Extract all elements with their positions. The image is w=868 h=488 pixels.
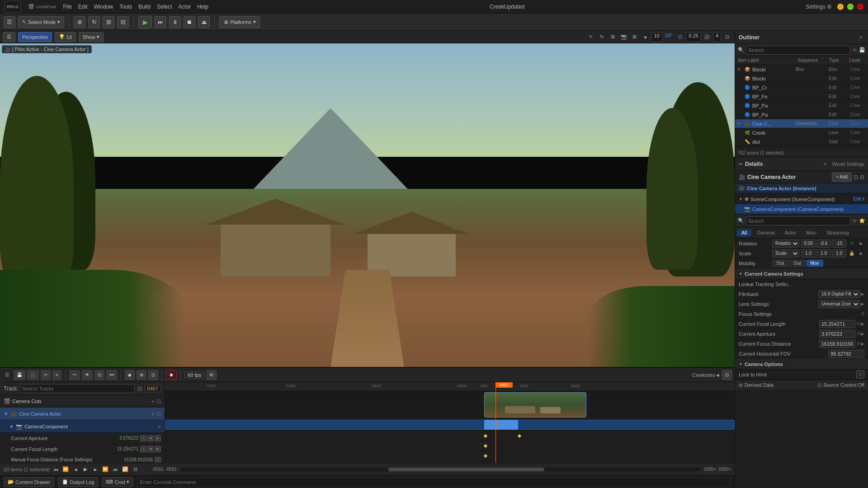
comp-icon3[interactable]: ⊟ (860, 174, 864, 180)
settings-button[interactable]: Settings ⚙ (806, 4, 832, 10)
play-button[interactable]: ▶ (138, 16, 152, 28)
focus-dist-value[interactable]: 16158.910156 (819, 340, 855, 348)
menu-file[interactable]: File (63, 4, 72, 10)
select-mode-button[interactable]: ↖ Select Mode ▾ (18, 16, 64, 28)
seq-filter-icon[interactable]: ⊡ (94, 370, 104, 380)
rot-x-value[interactable]: 0.00 (801, 239, 816, 248)
filter-icon[interactable]: ⊡ (137, 385, 142, 392)
save-icon[interactable]: 💾 (859, 47, 865, 53)
focal-add-keyframe[interactable]: + (140, 446, 146, 452)
scale-x-value[interactable]: 1.0 (801, 249, 816, 258)
rot-z-value[interactable]: -15 (832, 239, 846, 248)
outliner-row-selected[interactable]: 👁 🎥 Cine C... CreekIntro Cine Cree (735, 119, 868, 128)
camera-options-header[interactable]: ▼ Camera Options (735, 359, 868, 370)
minimize-button[interactable]: − (837, 4, 844, 10)
stop-button[interactable]: ⏹ (184, 16, 195, 28)
loop-button[interactable]: 🔁 (121, 465, 129, 474)
menu-tools[interactable]: Tools (119, 4, 132, 10)
focus-settings-refresh-icon[interactable]: ↺ (861, 311, 864, 316)
camera-component-item[interactable]: 📷 CameraComponent (CameraComponent) (735, 204, 868, 214)
cine-camera-track[interactable]: ▼ 🎥 Cine Camera Actor + ⊡ (0, 408, 165, 420)
prev-key-button[interactable]: ⏪ (61, 465, 70, 474)
scale-vp-icon[interactable]: ⊞ (608, 32, 618, 42)
next-key-button[interactable]: ⏩ (101, 465, 109, 474)
focus-dist-arrow[interactable]: ▶ (861, 341, 864, 346)
output-log-button[interactable]: 📋 Output Log (58, 477, 98, 487)
outliner-row[interactable]: 🔵 BP_Pa Edit Cree (735, 101, 868, 110)
track-add-icon[interactable]: + (151, 398, 155, 405)
focal-next-key[interactable]: ► (155, 446, 161, 452)
tab-streaming[interactable]: Streaming (822, 229, 854, 236)
seq-save-icon[interactable]: 💾 (14, 370, 25, 380)
sphere-icon[interactable]: ● (641, 32, 651, 42)
outliner-row[interactable]: 🌿 Creek Lave Cree (735, 128, 868, 137)
close-button[interactable]: × (857, 4, 863, 10)
camera-component-track[interactable]: ▼ 📷 CameraComponent + (0, 420, 165, 433)
rotation-reset-icon[interactable]: ↺ (848, 240, 855, 247)
aperture-detail-value[interactable]: 3.676223 (819, 330, 855, 338)
stat-option-2[interactable]: Stat (789, 260, 806, 267)
fps-selector[interactable]: 60 fps (184, 371, 204, 379)
seq-key-icon[interactable]: ◆ (125, 370, 135, 380)
seq-snap-icon[interactable]: ⊕ (137, 370, 146, 380)
focal-length-value[interactable]: 15.254271 (819, 320, 855, 328)
console-input[interactable] (137, 477, 731, 487)
rotate-icon[interactable]: ↻ (88, 16, 100, 28)
add-component-button[interactable]: + Add (832, 173, 852, 182)
details-eye-icon[interactable]: 👁 (852, 218, 857, 224)
outliner-row[interactable]: 📦 Blocki Edit Cree (735, 74, 868, 83)
cmd-button[interactable]: ⌨ Cmd ▾ (102, 477, 133, 487)
focal-length-refresh[interactable]: ↺ (856, 321, 860, 326)
cine-camera-clip[interactable] (165, 420, 735, 430)
tab-misc[interactable]: Misc (802, 229, 821, 236)
seq-menu-icon[interactable]: ☰ (3, 370, 12, 380)
scale-value[interactable]: 0.25 (686, 32, 701, 42)
menu-build[interactable]: Build (138, 4, 151, 10)
world-settings-label[interactable]: World Settings (832, 161, 864, 167)
step-back-button[interactable]: ◄ (71, 465, 80, 474)
scene-component-item[interactable]: ▼ ⊕ SceneComponent (SceneComponent) Edit… (735, 194, 868, 204)
eye-toggle-icon[interactable]: 👁 (852, 47, 857, 53)
viewport[interactable]: 🎥 [ Pilot Active - Cine Camera Actor ] (0, 43, 735, 367)
cine-options-icon[interactable]: ⊡ (156, 411, 161, 417)
maximize-button[interactable]: □ (847, 4, 854, 10)
stat-option-1[interactable]: Stat (772, 260, 788, 267)
menu-actor[interactable]: Actor (178, 4, 191, 10)
perspective-button[interactable]: Perspective (18, 32, 52, 42)
focal-track[interactable]: Current Focal Length 15.254271 + ◄ ► (0, 444, 165, 455)
aperture-next-key[interactable]: ► (155, 435, 161, 441)
focal-length-arrow[interactable]: ▶ (861, 321, 864, 326)
scale-z-value[interactable]: 1.0 (832, 249, 846, 258)
rotate-vp-icon[interactable]: ↻ (597, 32, 607, 42)
show-button[interactable]: Show ▾ (79, 32, 104, 42)
filmback-expand-icon[interactable]: ▶ (861, 291, 864, 296)
sidebar-toggle-icon[interactable]: ☰ (4, 16, 15, 28)
timeline-scrollbar[interactable] (180, 468, 700, 471)
details-save-icon[interactable]: ⭐ (859, 218, 865, 224)
play-seq-button[interactable]: ▶ (81, 465, 90, 474)
lens-select[interactable]: Universal Zoor (818, 300, 860, 308)
seq-more-icon[interactable]: ••• (106, 370, 118, 380)
more-options-button[interactable]: ⊟ (131, 465, 139, 474)
lens-expand-icon[interactable]: ▶ (861, 301, 864, 306)
menu-select[interactable]: Select (157, 4, 172, 10)
seq-camera-icon[interactable]: 🎥 (27, 370, 39, 380)
maximize-viewport-icon[interactable]: ⊡ (722, 32, 732, 42)
camera-num-value[interactable]: 4 (713, 32, 721, 42)
tab-general[interactable]: General (752, 229, 779, 236)
grid-size-value[interactable]: 10 (651, 32, 662, 42)
seq-curve-icon[interactable]: 〜 (69, 370, 80, 380)
content-drawer-button[interactable]: 📂 Content Drawer (4, 477, 54, 487)
aperture-track[interactable]: Current Aperture 3.676223 + ◄ ► (0, 433, 165, 444)
outliner-row[interactable]: 📏 dist Stati Cree (735, 137, 868, 146)
aperture-arrow[interactable]: ▶ (861, 331, 864, 336)
outliner-row[interactable]: 🔵 BP_Fe Edit Cree (735, 92, 868, 101)
rotation-select[interactable]: Rotation (772, 239, 799, 248)
go-to-end-button[interactable]: ⏭ (111, 465, 119, 474)
seq-settings-icon[interactable]: ⚙ (206, 370, 217, 380)
tab-all[interactable]: All (737, 229, 751, 236)
aperture-add-keyframe[interactable]: + (140, 435, 146, 441)
menu-window[interactable]: Window (94, 4, 113, 10)
focus-dist-refresh[interactable]: ↺ (856, 341, 860, 346)
tab-actor[interactable]: Actor (780, 229, 801, 236)
